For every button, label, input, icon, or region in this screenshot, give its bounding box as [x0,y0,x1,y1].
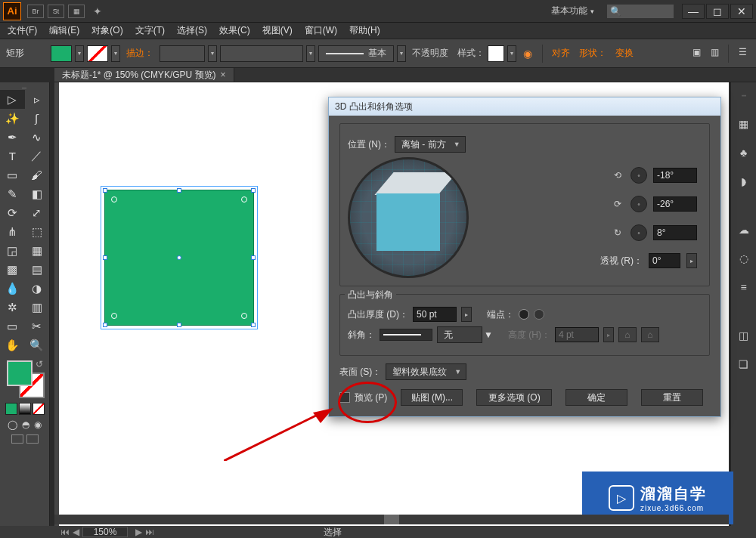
stroke-swatch[interactable] [87,45,108,62]
stroke-width-field[interactable] [160,45,205,62]
artboard-tool[interactable]: ▭ [0,317,25,335]
shape-builder-tool[interactable]: ◲ [0,241,25,260]
ok-button[interactable]: 确定 [565,389,627,406]
bevel-select[interactable]: 无 [437,326,482,343]
depth-field[interactable]: 50 pt [413,307,457,322]
shaper-tool[interactable]: ✎ [0,184,25,203]
fill-swatch[interactable] [51,45,72,62]
fill-color[interactable] [7,360,33,386]
reset-button[interactable]: 重置 [641,389,703,406]
align-label[interactable]: 对齐 [552,47,570,60]
stock-icon[interactable]: St [48,5,64,18]
hand-tool[interactable]: ✋ [0,335,25,354]
eyedropper-tool[interactable]: 💧 [0,279,25,298]
more-options-button[interactable]: 更多选项 (O) [476,389,552,406]
position-select[interactable]: 离轴 - 前方▼ [395,136,466,153]
3d-extrude-dialog[interactable]: 3D 凸出和斜角选项 位置 (N)： 离轴 - 前方▼ [328,97,721,417]
surface-select[interactable]: 塑料效果底纹▼ [386,363,466,380]
rotate-x-field[interactable]: -18° [653,168,697,183]
perspective-tool[interactable]: ▦ [25,241,50,260]
rotate-y-field[interactable]: -26° [653,196,697,212]
nav-next-icon[interactable]: ▶ [135,527,142,537]
stroke-profile[interactable] [220,45,303,62]
line-tool[interactable]: ／ [25,147,50,165]
recolor-icon[interactable]: ◉ [519,45,536,62]
cap-on-radio[interactable] [519,309,529,320]
rotate-y-dial[interactable]: • [631,196,647,212]
magic-wand-tool[interactable]: ✨ [0,109,25,128]
menu-file[interactable]: 文件(F) [2,23,43,39]
cap-off-radio[interactable] [534,309,544,320]
workspace-switcher[interactable]: 基本功能 ▾ [545,3,600,19]
knockout-icon[interactable]: ▥ [707,45,722,60]
tab-close-icon[interactable]: × [221,70,226,80]
prefs-icon[interactable]: ☰ [735,45,750,60]
zoom-field[interactable]: 150% [82,527,128,537]
brush-def[interactable]: 基本 [318,45,394,62]
transform-label[interactable]: 变换 [615,47,634,60]
symbol-sprayer-tool[interactable]: ✲ [0,298,25,317]
nav-first-icon[interactable]: ⏮ [60,527,70,537]
horizontal-scrollbar[interactable] [54,515,729,524]
menu-help[interactable]: 帮助(H) [343,23,386,39]
gradient-tool[interactable]: ▤ [25,260,50,279]
stroke-width-drop[interactable]: ▾ [208,45,217,62]
style-drop[interactable]: ▾ [507,45,516,62]
libraries-panel-icon[interactable]: ♣ [736,144,752,161]
menu-view[interactable]: 视图(V) [256,23,299,39]
brushes-panel-icon[interactable]: ◌ [736,250,752,267]
search-input[interactable]: 🔍 [606,4,674,19]
fill-dropdown[interactable]: ▾ [75,45,84,62]
style-swatch[interactable] [488,45,504,62]
rotate-tool[interactable]: ⟳ [0,203,25,222]
nav-last-icon[interactable]: ⏭ [145,527,154,537]
slice-tool[interactable]: ✂ [25,317,50,335]
color-mode-buttons[interactable] [5,403,45,415]
lasso-tool[interactable]: ʃ [25,109,50,128]
rotate-x-dial[interactable]: • [631,167,647,184]
shape2-label[interactable]: 形状： [579,47,606,60]
selected-rectangle[interactable] [104,190,254,326]
cc-panel-icon[interactable]: ☁ [736,221,752,238]
column-graph-tool[interactable]: ▥ [25,298,50,317]
properties-panel-icon[interactable]: ▦ [736,116,752,132]
menu-window[interactable]: 窗口(W) [299,23,343,39]
screen-mode-buttons[interactable] [11,434,39,444]
menu-effect[interactable]: 效果(C) [213,23,256,39]
color-panel-icon[interactable]: ◗ [736,173,752,190]
document-tab[interactable]: 未标题-1* @ 150% (CMYK/GPU 预览) × [54,68,234,82]
minimize-button[interactable]: — [682,4,705,19]
zoom-tool[interactable]: 🔍 [25,335,50,354]
perspective-field[interactable]: 0° [649,253,680,268]
fill-stroke-swatches[interactable]: ↺ [5,359,45,398]
perspective-stepper[interactable]: ▸ [686,253,697,268]
stroke-profile-drop[interactable]: ▾ [306,45,315,62]
swatches-panel-icon[interactable]: ≡ [736,279,752,295]
eraser-tool[interactable]: ◧ [25,184,50,203]
preview-checkbox[interactable]: 预览 (P) [339,391,387,404]
menu-object[interactable]: 对象(O) [85,23,129,39]
type-tool[interactable]: T [0,147,25,165]
arrange-docs-icon[interactable]: ▦ [68,5,85,18]
layers-panel-icon[interactable]: ❏ [736,356,752,373]
paintbrush-tool[interactable]: 🖌 [25,165,50,184]
mesh-tool[interactable]: ▩ [0,260,25,279]
rotate-z-dial[interactable]: • [631,224,647,241]
nav-prev-icon[interactable]: ◀ [73,527,79,537]
selection-tool[interactable]: ▷ [0,90,25,109]
draw-mode-buttons[interactable]: ◯◓◉ [8,419,42,430]
stroke-panel-icon[interactable]: ◫ [736,327,752,344]
width-tool[interactable]: ⋔ [0,222,25,241]
panel-grip[interactable]: ┅ [736,87,752,104]
scale-tool[interactable]: ⤢ [25,203,50,222]
brush-drop[interactable]: ▾ [397,45,406,62]
dialog-title-bar[interactable]: 3D 凸出和斜角选项 [329,97,720,116]
pen-tool[interactable]: ✒ [0,128,25,147]
gpu-icon[interactable]: ✦ [91,5,104,18]
3d-preview-trackball[interactable] [348,157,469,278]
isolate-icon[interactable]: ▣ [689,45,704,60]
rotate-z-field[interactable]: 8° [653,225,697,240]
menu-type[interactable]: 文字(T) [129,23,171,39]
rectangle-tool[interactable]: ▭ [0,165,25,184]
menu-select[interactable]: 选择(S) [171,23,213,39]
